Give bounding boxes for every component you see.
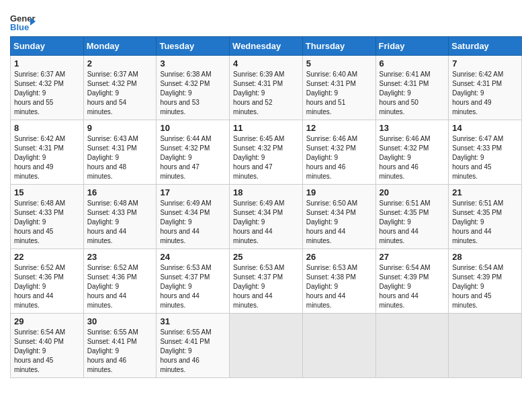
day-number: 20 — [380, 187, 445, 197]
day-number: 26 — [306, 252, 372, 262]
day-info: Sunrise: 6:55 AM Sunset: 4:41 PM Dayligh… — [160, 328, 226, 375]
day-header-friday: Friday — [375, 37, 449, 56]
day-header-tuesday: Tuesday — [157, 37, 230, 56]
day-info: Sunrise: 6:37 AM Sunset: 4:32 PM Dayligh… — [14, 70, 80, 117]
day-info: Sunrise: 6:54 AM Sunset: 4:40 PM Dayligh… — [14, 328, 80, 375]
calendar-cell: 19 Sunrise: 6:50 AM Sunset: 4:34 PM Dayl… — [302, 185, 375, 249]
calendar-cell: 25 Sunrise: 6:53 AM Sunset: 4:37 PM Dayl… — [230, 249, 303, 314]
day-number: 30 — [87, 316, 153, 326]
calendar-cell: 31 Sunrise: 6:55 AM Sunset: 4:41 PM Dayl… — [157, 314, 230, 378]
logo-icon: General Blue — [10, 12, 36, 32]
day-number: 22 — [14, 252, 80, 262]
day-number: 13 — [380, 123, 445, 133]
calendar-cell — [230, 314, 303, 378]
calendar-cell: 8 Sunrise: 6:42 AM Sunset: 4:31 PM Dayli… — [11, 120, 84, 185]
day-number: 25 — [233, 252, 299, 262]
day-info: Sunrise: 6:41 AM Sunset: 4:31 PM Dayligh… — [380, 70, 445, 117]
day-number: 9 — [87, 123, 153, 133]
day-number: 8 — [14, 123, 80, 133]
week-row-2: 8 Sunrise: 6:42 AM Sunset: 4:31 PM Dayli… — [11, 120, 522, 185]
calendar-cell: 11 Sunrise: 6:45 AM Sunset: 4:32 PM Dayl… — [230, 120, 303, 185]
day-number: 31 — [160, 316, 226, 326]
day-info: Sunrise: 6:50 AM Sunset: 4:34 PM Dayligh… — [306, 199, 372, 246]
day-number: 24 — [160, 252, 226, 262]
day-number: 7 — [452, 58, 518, 68]
day-number: 11 — [233, 123, 299, 133]
day-info: Sunrise: 6:46 AM Sunset: 4:32 PM Dayligh… — [380, 134, 445, 181]
day-info: Sunrise: 6:38 AM Sunset: 4:32 PM Dayligh… — [160, 70, 226, 117]
day-info: Sunrise: 6:49 AM Sunset: 4:34 PM Dayligh… — [160, 199, 226, 246]
day-info: Sunrise: 6:53 AM Sunset: 4:37 PM Dayligh… — [233, 263, 299, 310]
calendar-cell: 7 Sunrise: 6:42 AM Sunset: 4:31 PM Dayli… — [449, 56, 522, 120]
day-info: Sunrise: 6:52 AM Sunset: 4:36 PM Dayligh… — [14, 263, 80, 310]
day-number: 4 — [233, 58, 299, 68]
day-info: Sunrise: 6:40 AM Sunset: 4:31 PM Dayligh… — [306, 70, 372, 117]
calendar-cell: 6 Sunrise: 6:41 AM Sunset: 4:31 PM Dayli… — [375, 56, 449, 120]
day-info: Sunrise: 6:46 AM Sunset: 4:32 PM Dayligh… — [306, 134, 372, 181]
day-info: Sunrise: 6:54 AM Sunset: 4:39 PM Dayligh… — [380, 263, 445, 310]
day-info: Sunrise: 6:49 AM Sunset: 4:34 PM Dayligh… — [233, 199, 299, 246]
day-number: 5 — [306, 58, 372, 68]
day-number: 3 — [160, 58, 226, 68]
calendar-table: SundayMondayTuesdayWednesdayThursdayFrid… — [10, 36, 522, 378]
logo: General Blue — [10, 7, 36, 32]
svg-text:Blue: Blue — [10, 22, 29, 32]
week-row-1: 1 Sunrise: 6:37 AM Sunset: 4:32 PM Dayli… — [11, 56, 522, 120]
calendar-cell: 26 Sunrise: 6:53 AM Sunset: 4:38 PM Dayl… — [302, 249, 375, 314]
calendar-cell: 15 Sunrise: 6:48 AM Sunset: 4:33 PM Dayl… — [11, 185, 84, 249]
day-number: 16 — [87, 187, 153, 197]
day-info: Sunrise: 6:42 AM Sunset: 4:31 PM Dayligh… — [14, 134, 80, 181]
day-info: Sunrise: 6:39 AM Sunset: 4:31 PM Dayligh… — [233, 70, 299, 117]
day-header-wednesday: Wednesday — [230, 37, 303, 56]
day-header-thursday: Thursday — [302, 37, 375, 56]
day-info: Sunrise: 6:51 AM Sunset: 4:35 PM Dayligh… — [380, 199, 445, 246]
day-info: Sunrise: 6:51 AM Sunset: 4:35 PM Dayligh… — [452, 199, 518, 246]
calendar-cell: 5 Sunrise: 6:40 AM Sunset: 4:31 PM Dayli… — [302, 56, 375, 120]
calendar-cell: 13 Sunrise: 6:46 AM Sunset: 4:32 PM Dayl… — [375, 120, 449, 185]
week-row-5: 29 Sunrise: 6:54 AM Sunset: 4:40 PM Dayl… — [11, 314, 522, 378]
day-info: Sunrise: 6:43 AM Sunset: 4:31 PM Dayligh… — [87, 134, 153, 181]
day-header-monday: Monday — [83, 37, 157, 56]
calendar-cell: 16 Sunrise: 6:48 AM Sunset: 4:33 PM Dayl… — [83, 185, 157, 249]
calendar-cell: 14 Sunrise: 6:47 AM Sunset: 4:33 PM Dayl… — [449, 120, 522, 185]
calendar-cell: 1 Sunrise: 6:37 AM Sunset: 4:32 PM Dayli… — [11, 56, 84, 120]
day-number: 19 — [306, 187, 372, 197]
day-info: Sunrise: 6:52 AM Sunset: 4:36 PM Dayligh… — [87, 263, 153, 310]
day-number: 29 — [14, 316, 80, 326]
day-number: 23 — [87, 252, 153, 262]
day-number: 2 — [87, 58, 153, 68]
calendar-cell: 20 Sunrise: 6:51 AM Sunset: 4:35 PM Dayl… — [375, 185, 449, 249]
calendar-cell: 17 Sunrise: 6:49 AM Sunset: 4:34 PM Dayl… — [157, 185, 230, 249]
calendar-cell: 28 Sunrise: 6:54 AM Sunset: 4:39 PM Dayl… — [449, 249, 522, 314]
day-number: 14 — [452, 123, 518, 133]
calendar-cell: 4 Sunrise: 6:39 AM Sunset: 4:31 PM Dayli… — [230, 56, 303, 120]
calendar-cell: 12 Sunrise: 6:46 AM Sunset: 4:32 PM Dayl… — [302, 120, 375, 185]
calendar-cell: 3 Sunrise: 6:38 AM Sunset: 4:32 PM Dayli… — [157, 56, 230, 120]
calendar-cell: 23 Sunrise: 6:52 AM Sunset: 4:36 PM Dayl… — [83, 249, 157, 314]
day-info: Sunrise: 6:48 AM Sunset: 4:33 PM Dayligh… — [87, 199, 153, 246]
calendar-header: SundayMondayTuesdayWednesdayThursdayFrid… — [11, 37, 522, 56]
day-info: Sunrise: 6:45 AM Sunset: 4:32 PM Dayligh… — [233, 134, 299, 181]
calendar-cell: 2 Sunrise: 6:37 AM Sunset: 4:32 PM Dayli… — [83, 56, 157, 120]
calendar-cell: 10 Sunrise: 6:44 AM Sunset: 4:32 PM Dayl… — [157, 120, 230, 185]
day-number: 28 — [452, 252, 518, 262]
calendar-cell — [375, 314, 449, 378]
day-number: 15 — [14, 187, 80, 197]
day-info: Sunrise: 6:37 AM Sunset: 4:32 PM Dayligh… — [87, 70, 153, 117]
day-info: Sunrise: 6:47 AM Sunset: 4:33 PM Dayligh… — [452, 134, 518, 181]
calendar-cell: 21 Sunrise: 6:51 AM Sunset: 4:35 PM Dayl… — [449, 185, 522, 249]
day-info: Sunrise: 6:44 AM Sunset: 4:32 PM Dayligh… — [160, 134, 226, 181]
calendar-cell: 27 Sunrise: 6:54 AM Sunset: 4:39 PM Dayl… — [375, 249, 449, 314]
day-number: 6 — [380, 58, 445, 68]
calendar-cell: 24 Sunrise: 6:53 AM Sunset: 4:37 PM Dayl… — [157, 249, 230, 314]
day-info: Sunrise: 6:53 AM Sunset: 4:38 PM Dayligh… — [306, 263, 372, 310]
day-info: Sunrise: 6:42 AM Sunset: 4:31 PM Dayligh… — [452, 70, 518, 117]
day-number: 21 — [452, 187, 518, 197]
week-row-3: 15 Sunrise: 6:48 AM Sunset: 4:33 PM Dayl… — [11, 185, 522, 249]
week-row-4: 22 Sunrise: 6:52 AM Sunset: 4:36 PM Dayl… — [11, 249, 522, 314]
calendar-cell: 22 Sunrise: 6:52 AM Sunset: 4:36 PM Dayl… — [11, 249, 84, 314]
calendar-cell: 30 Sunrise: 6:55 AM Sunset: 4:41 PM Dayl… — [83, 314, 157, 378]
day-info: Sunrise: 6:54 AM Sunset: 4:39 PM Dayligh… — [452, 263, 518, 310]
day-number: 10 — [160, 123, 226, 133]
calendar-cell — [449, 314, 522, 378]
